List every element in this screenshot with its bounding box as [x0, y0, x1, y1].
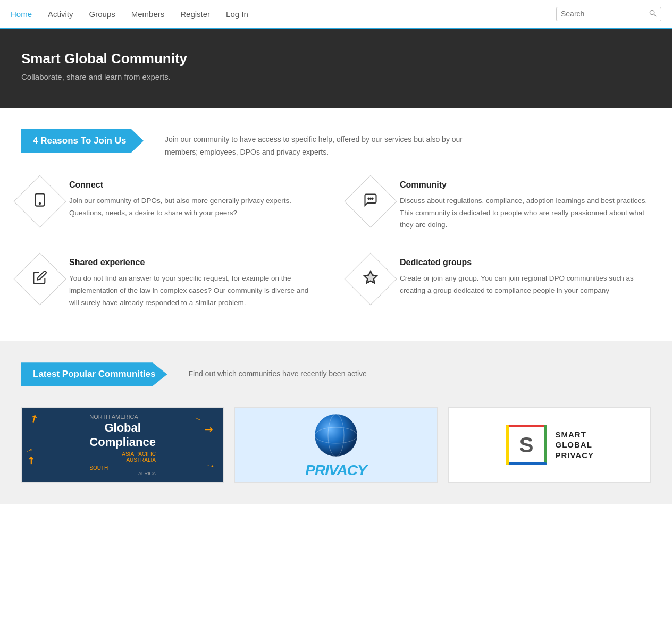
svg-rect-17: [506, 425, 509, 465]
groups-title: Dedicated groups: [400, 258, 651, 267]
global-compliance-title: GlobalCompliance: [89, 421, 156, 449]
groups-diamond: [345, 253, 397, 306]
tablet-icon: [32, 192, 47, 210]
svg-rect-16: [506, 462, 547, 465]
australia-label: AUSTRALIA: [89, 457, 156, 463]
north-america-label: NORTH AMERICA: [89, 413, 156, 420]
edit-icon: [32, 270, 47, 288]
svg-rect-14: [506, 425, 547, 427]
communities-description: Find out which communities have recently…: [188, 362, 366, 381]
community-diamond: [345, 175, 397, 227]
hero-section: Smart Global Community Collaborate, shar…: [0, 29, 672, 108]
shared-desc: You do not find an answer to your specif…: [69, 273, 320, 309]
star-icon: [363, 270, 378, 288]
svg-point-0: [650, 10, 654, 14]
svg-rect-15: [544, 425, 547, 465]
search-input[interactable]: [561, 10, 646, 18]
globe-svg: [312, 411, 360, 459]
community-card-privacy[interactable]: PRIVACY: [234, 407, 437, 483]
svg-point-6: [372, 198, 373, 199]
nav-links: Home Activity Groups Members Register Lo…: [11, 10, 556, 19]
search-icon: [649, 10, 657, 19]
nav-register[interactable]: Register: [180, 10, 210, 19]
reasons-description: Join our community to have access to spe…: [165, 129, 484, 159]
svg-line-1: [654, 14, 656, 16]
privacy-card-image: PRIVACY: [235, 408, 436, 482]
shared-diamond: [14, 253, 66, 306]
global-card-content: NORTH AMERICA GlobalCompliance ASIA PACI…: [84, 408, 161, 482]
communities-header: Latest Popular Communities Find out whic…: [21, 362, 651, 386]
shared-title: Shared experience: [69, 258, 320, 267]
south-label: SOUTH: [89, 465, 156, 471]
nav-groups[interactable]: Groups: [89, 10, 115, 19]
privacy-globe-container: [312, 411, 360, 459]
features-grid: Connect Join our community of DPOs, but …: [21, 180, 651, 310]
hero-title: Smart Global Community: [21, 50, 651, 67]
community-text: Community Discuss about regulations, com…: [400, 180, 651, 232]
svg-text:S: S: [519, 433, 533, 457]
connect-title: Connect: [69, 180, 320, 190]
main-content: 4 Reasons To Join Us Join our community …: [0, 108, 672, 341]
svg-point-5: [370, 198, 371, 199]
svg-point-3: [39, 202, 40, 204]
feature-shared: Shared experience You do not find an ans…: [21, 258, 320, 309]
privacy-label: PRIVACY: [305, 462, 366, 479]
community-card-sgp[interactable]: S SMARTGLOBALPRIVACY: [448, 407, 651, 483]
communities-grid: ↗ → ↗ ↗ → → NORTH AMERICA GlobalComplian…: [21, 407, 651, 483]
sgp-logo-svg: S: [505, 424, 548, 466]
reasons-badge: 4 Reasons To Join Us: [21, 129, 144, 153]
groups-desc: Create or join any group. You can join r…: [400, 273, 651, 297]
shared-text: Shared experience You do not find an ans…: [69, 258, 320, 309]
svg-marker-8: [364, 272, 376, 283]
feature-connect: Connect Join our community of DPOs, but …: [21, 180, 320, 232]
connect-diamond: [14, 175, 66, 227]
chat-icon: [363, 192, 378, 210]
community-desc: Discuss about regulations, compliance, a…: [400, 195, 651, 232]
sgp-card-image: S SMARTGLOBALPRIVACY: [449, 408, 650, 482]
connect-text: Connect Join our community of DPOs, but …: [69, 180, 320, 220]
navigation: Home Activity Groups Members Register Lo…: [0, 0, 672, 29]
nav-activity[interactable]: Activity: [48, 10, 73, 19]
nav-members[interactable]: Members: [131, 10, 165, 19]
feature-community: Community Discuss about regulations, com…: [352, 180, 651, 232]
communities-badge: Latest Popular Communities: [21, 362, 167, 386]
nav-login[interactable]: Log In: [226, 10, 248, 19]
search-box: [556, 7, 661, 21]
sgp-logo-container: S: [505, 424, 548, 466]
feature-groups: Dedicated groups Create or join any grou…: [352, 258, 651, 309]
hero-subtitle: Collaborate, share and learn from expert…: [21, 72, 651, 81]
nav-home[interactable]: Home: [11, 10, 32, 19]
reasons-header: 4 Reasons To Join Us Join our community …: [21, 129, 651, 159]
asia-pacific-label: ASIA PACIFIC: [89, 451, 156, 457]
community-card-global[interactable]: ↗ → ↗ ↗ → → NORTH AMERICA GlobalComplian…: [21, 407, 224, 483]
svg-point-4: [368, 198, 369, 199]
connect-desc: Join our community of DPOs, but also mor…: [69, 195, 320, 220]
community-title: Community: [400, 180, 651, 190]
global-card-image: ↗ → ↗ ↗ → → NORTH AMERICA GlobalComplian…: [22, 408, 223, 482]
africa-label: AFRICA: [89, 471, 156, 476]
communities-section: Latest Popular Communities Find out whic…: [0, 341, 672, 504]
sgp-name: SMARTGLOBALPRIVACY: [556, 429, 594, 461]
groups-text: Dedicated groups Create or join any grou…: [400, 258, 651, 297]
